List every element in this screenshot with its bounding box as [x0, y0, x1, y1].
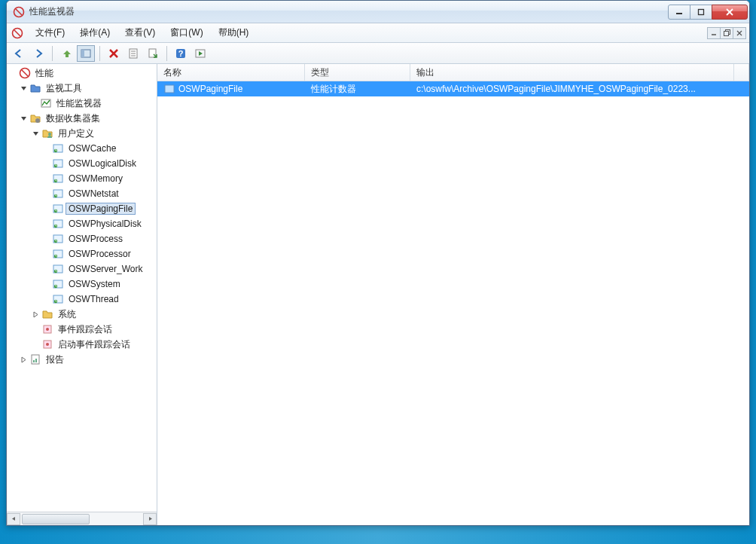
- tree-label: 数据收集器集: [43, 112, 103, 125]
- svg-point-53: [46, 328, 49, 331]
- tree-item-oswserver_work[interactable]: OSWServer_Work: [8, 261, 157, 277]
- toolbar-separator: [52, 46, 53, 61]
- cell-name: OSWPagingFile: [157, 83, 305, 95]
- svg-point-28: [35, 118, 40, 123]
- tree-collector-sets[interactable]: 数据收集器集: [8, 111, 157, 126]
- tree-item-oswsystem[interactable]: OSWSystem: [8, 277, 157, 292]
- collector-icon: [52, 233, 64, 245]
- up-button[interactable]: [57, 45, 75, 62]
- menu-help[interactable]: 帮助(H): [211, 23, 257, 42]
- column-header-type[interactable]: 类型: [305, 64, 410, 81]
- mdi-close-button[interactable]: [733, 27, 746, 39]
- collector-icon: [52, 278, 64, 290]
- tree-label: OSWPhysicalDisk: [66, 219, 145, 229]
- tree-item-oswcache[interactable]: OSWCache: [8, 141, 157, 156]
- mmc-app-icon: [11, 27, 23, 39]
- scroll-thumb[interactable]: [22, 514, 90, 524]
- close-button[interactable]: [712, 5, 748, 20]
- content-area: 性能 监视工具 性能监视器 数据收集器集: [7, 64, 749, 525]
- cell-output: c:\oswfw\Archive\OSWPagingFile\JIMMYHE_O…: [410, 84, 749, 94]
- tree-label: OSWNetstat: [66, 188, 122, 199]
- minimize-button[interactable]: [668, 5, 690, 20]
- help-button[interactable]: ?: [172, 45, 190, 62]
- collapse-icon[interactable]: [31, 129, 40, 138]
- tree-item-oswnetstat[interactable]: OSWNetstat: [8, 186, 157, 201]
- collapse-icon[interactable]: [19, 114, 28, 123]
- report-icon: [29, 353, 41, 365]
- svg-rect-14: [81, 50, 84, 57]
- toolbar: ?: [7, 43, 749, 64]
- list-row[interactable]: OSWPagingFile性能计数器c:\oswfw\Archive\OSWPa…: [157, 81, 749, 96]
- scroll-left-button[interactable]: [7, 513, 20, 525]
- tree-user-defined[interactable]: 用户定义: [8, 126, 157, 141]
- tree-h-scrollbar[interactable]: [7, 512, 157, 525]
- folder-icon: [41, 308, 53, 320]
- list-body: OSWPagingFile性能计数器c:\oswfw\Archive\OSWPa…: [157, 81, 749, 525]
- tree-label: 监视工具: [43, 82, 85, 95]
- run-button[interactable]: [191, 45, 209, 62]
- maximize-button[interactable]: [690, 5, 712, 20]
- expand-icon[interactable]: [31, 310, 40, 319]
- collector-icon: [52, 248, 64, 260]
- tree-item-oswlogicaldisk[interactable]: OSWLogicalDisk: [8, 156, 157, 171]
- tree-label: OSWLogicalDisk: [66, 158, 139, 169]
- tree-label: 系统: [55, 308, 79, 321]
- tree-item-oswpagingfile[interactable]: OSWPagingFile: [8, 201, 157, 216]
- scroll-track[interactable]: [20, 513, 143, 525]
- properties-button[interactable]: [124, 45, 142, 62]
- column-header-output[interactable]: 输出: [410, 64, 734, 81]
- show-hide-tree-button[interactable]: [77, 45, 95, 62]
- svg-line-7: [14, 30, 20, 36]
- tree-event-session[interactable]: 事件跟踪会话: [8, 322, 157, 337]
- tree-item-oswphysicaldisk[interactable]: OSWPhysicalDisk: [8, 216, 157, 231]
- twisty-icon: [8, 69, 17, 78]
- mdi-minimize-button[interactable]: [707, 27, 721, 39]
- tree-item-oswprocessor[interactable]: OSWProcessor: [8, 246, 157, 261]
- folder-gear-icon: [29, 112, 41, 124]
- tree-item-oswthread[interactable]: OSWThread: [8, 292, 157, 307]
- collector-icon: [52, 142, 64, 154]
- tree-perf-monitor[interactable]: 性能监视器: [8, 96, 157, 111]
- counter-icon: [163, 83, 175, 95]
- collapse-icon[interactable]: [19, 84, 28, 93]
- window-controls: [669, 5, 748, 20]
- toolbar-separator: [166, 46, 167, 61]
- tree-root[interactable]: 性能: [8, 66, 157, 81]
- menu-window[interactable]: 窗口(W): [163, 23, 210, 42]
- toolbar-separator: [99, 46, 100, 61]
- menu-file[interactable]: 文件(F): [28, 23, 72, 42]
- tree-label: 性能监视器: [53, 97, 105, 110]
- cell-type: 性能计数器: [305, 83, 410, 96]
- tree-reports[interactable]: 报告: [8, 352, 157, 367]
- mdi-restore-button[interactable]: [720, 27, 733, 39]
- tree-label: 启动事件跟踪会话: [55, 338, 133, 351]
- tree-item-oswmemory[interactable]: OSWMemory: [8, 171, 157, 186]
- menubar: 文件(F) 操作(A) 查看(V) 窗口(W) 帮助(H): [7, 23, 749, 43]
- tree-item-oswprocess[interactable]: OSWProcess: [8, 231, 157, 246]
- menu-view[interactable]: 查看(V): [117, 23, 163, 42]
- column-header-name[interactable]: 名称: [157, 64, 305, 81]
- svg-rect-59: [165, 85, 174, 93]
- export-button[interactable]: [144, 45, 162, 62]
- app-icon: [13, 6, 25, 18]
- collector-icon: [52, 188, 64, 200]
- scroll-right-button[interactable]: [143, 513, 157, 525]
- tree-system[interactable]: 系统: [8, 307, 157, 322]
- back-button[interactable]: [10, 45, 28, 62]
- delete-button[interactable]: [105, 45, 123, 62]
- svg-line-26: [22, 70, 28, 76]
- folder-user-icon: [41, 127, 53, 139]
- list-header: 名称 类型 输出: [157, 64, 749, 81]
- app-window: 性能监视器 文件(F) 操作(A) 查看(V) 窗口(W) 帮助(H): [6, 0, 750, 526]
- tree-startup-event-session[interactable]: 启动事件跟踪会话: [8, 337, 157, 352]
- mdi-controls: [708, 27, 749, 39]
- tree-label: 事件跟踪会话: [55, 323, 115, 336]
- forward-button[interactable]: [29, 45, 47, 62]
- tree-monitor-tools[interactable]: 监视工具: [8, 81, 157, 96]
- expand-icon[interactable]: [19, 355, 28, 364]
- tree-label: 性能: [32, 67, 56, 80]
- tree-label: OSWThread: [66, 294, 122, 304]
- collector-icon: [52, 218, 64, 230]
- menu-action[interactable]: 操作(A): [72, 23, 117, 42]
- list-pane: 名称 类型 输出 OSWPagingFile性能计数器c:\oswfw\Arch…: [157, 64, 749, 525]
